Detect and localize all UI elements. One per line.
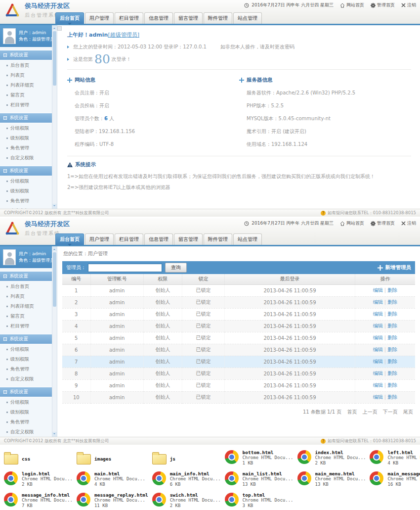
tab-sites[interactable]: 站点管理 — [233, 233, 262, 245]
scroll-up-icon[interactable] — [52, 25, 57, 30]
scroll-down-icon[interactable] — [52, 432, 57, 437]
scroll-up-icon[interactable] — [52, 246, 57, 251]
sidebar-item[interactable]: 分组权限 — [0, 176, 52, 186]
scroll-down-icon[interactable] — [52, 204, 57, 209]
sidebar-section-header[interactable]: 系统设置 — [0, 50, 52, 60]
delete-link[interactable]: 删除 — [387, 287, 397, 293]
delete-link[interactable]: 删除 — [387, 347, 397, 352]
sidebar-item[interactable]: 级别权限 — [0, 186, 52, 196]
delete-link[interactable]: 删除 — [387, 323, 397, 328]
sidebar-section-header[interactable]: 系统设置 — [0, 387, 52, 397]
sidebar-section-header[interactable]: 系统设置 — [0, 271, 52, 281]
admin-home-link[interactable]: 管理首页 — [371, 220, 395, 227]
query-button[interactable]: 查询 — [165, 263, 187, 273]
role-link[interactable]: [超级管理员] — [108, 32, 139, 38]
sidebar-item[interactable]: 留言页 — [0, 311, 52, 321]
file-item[interactable]: js — [150, 449, 223, 468]
tab-users[interactable]: 用户管理 — [85, 12, 114, 24]
file-item[interactable]: login.html Chrome HTML Docu... 2 KB — [2, 470, 75, 490]
page-prev-link[interactable]: 上一页 — [363, 409, 378, 415]
tab-messages[interactable]: 留言管理 — [174, 233, 203, 245]
page-next-link[interactable]: 下一页 — [383, 409, 398, 415]
sidebar-item[interactable]: 栏目管理 — [0, 100, 52, 110]
file-item[interactable]: images — [75, 449, 150, 468]
delete-link[interactable]: 删除 — [387, 371, 397, 376]
sidebar-scrollbar[interactable] — [52, 25, 57, 209]
sidebar-scrollbar[interactable] — [52, 246, 57, 437]
sidebar-item[interactable]: 自定义权限 — [0, 427, 52, 437]
tab-attachments[interactable]: 附件管理 — [204, 233, 232, 245]
file-item[interactable]: message_replay.html Chrome HTML Docu... … — [75, 491, 150, 510]
sidebar-item[interactable]: 自定义权限 — [0, 153, 52, 163]
sidebar-item[interactable]: 后台首页 — [0, 60, 52, 70]
sidebar-item[interactable]: 角色管理 — [0, 196, 52, 206]
delete-link[interactable]: 删除 — [387, 299, 397, 305]
file-item[interactable]: left.html Chrome HTML Docu... 4 KB — [368, 449, 420, 468]
sidebar-section-header[interactable]: 系统设置 — [0, 334, 52, 344]
edit-link[interactable]: 编辑 — [373, 382, 383, 388]
page-last-link[interactable]: 尾页 — [403, 409, 413, 415]
sidebar-item[interactable]: 角色管理 — [0, 364, 52, 374]
sidebar-item[interactable]: 栏目管理 — [0, 321, 52, 331]
file-item[interactable]: message_info.html Chrome HTML Docu... 7 … — [2, 491, 75, 510]
edit-link[interactable]: 编辑 — [373, 335, 383, 340]
tab-messages[interactable]: 留言管理 — [174, 12, 203, 24]
site-home-link[interactable]: 网站首页 — [340, 2, 364, 8]
file-item[interactable]: css — [2, 449, 75, 468]
logout-link[interactable]: 注销 — [401, 220, 416, 227]
sidebar-item[interactable]: 自定义权限 — [0, 374, 52, 384]
sidebar-section-header[interactable]: 系统设置 — [0, 113, 52, 123]
file-item[interactable]: bottom.html Chrome HTML Docu... 1 KB — [223, 449, 295, 468]
tab-users[interactable]: 用户管理 — [85, 233, 114, 245]
sidebar-collapse-icon[interactable] — [57, 26, 62, 31]
page-first-link[interactable]: 首页 — [347, 409, 357, 415]
file-item[interactable]: main_message.html Chrome HTML Docu... 16… — [368, 470, 420, 490]
sidebar-item[interactable]: 列表详细页 — [0, 301, 52, 311]
scrollbar-thumb[interactable] — [53, 31, 56, 86]
site-home-link[interactable]: 网站首页 — [340, 220, 364, 227]
scrollbar-thumb[interactable] — [53, 252, 56, 307]
edit-link[interactable]: 编辑 — [373, 299, 383, 305]
sidebar-item[interactable]: 级别权限 — [0, 407, 52, 417]
tab-info[interactable]: 信息管理 — [144, 12, 173, 24]
edit-link[interactable]: 编辑 — [373, 371, 383, 376]
edit-link[interactable]: 编辑 — [373, 359, 383, 364]
sidebar-item[interactable]: 角色管理 — [0, 417, 52, 427]
delete-link[interactable]: 删除 — [387, 335, 397, 340]
sidebar-item[interactable]: 列表页 — [0, 70, 52, 80]
file-item[interactable]: top.html Chrome HTML Docu... 3 KB — [223, 491, 295, 510]
edit-link[interactable]: 编辑 — [373, 347, 383, 352]
sidebar-item[interactable]: 列表详细页 — [0, 80, 52, 90]
sidebar-item[interactable]: 自定义权限 — [0, 206, 52, 209]
sidebar-item[interactable]: 分组权限 — [0, 344, 52, 354]
sidebar-item[interactable]: 级别权限 — [0, 354, 52, 364]
tab-attachments[interactable]: 附件管理 — [204, 12, 232, 24]
add-admin-button[interactable]: 新增管理员 — [378, 264, 412, 271]
sidebar-item[interactable]: 角色管理 — [0, 143, 52, 153]
sidebar-section-header[interactable]: 系统设置 — [0, 166, 52, 176]
tab-dashboard[interactable]: 后台首页 — [55, 233, 84, 245]
edit-link[interactable]: 编辑 — [373, 394, 383, 400]
delete-link[interactable]: 删除 — [387, 311, 397, 317]
edit-link[interactable]: 编辑 — [373, 287, 383, 293]
delete-link[interactable]: 删除 — [387, 394, 397, 400]
file-item[interactable]: swich.html Chrome HTML Docu... 2 KB — [150, 491, 223, 510]
search-input[interactable] — [88, 264, 162, 272]
tab-sites[interactable]: 站点管理 — [233, 12, 262, 24]
tab-columns[interactable]: 栏目管理 — [115, 233, 143, 245]
sidebar-item[interactable]: 分组权限 — [0, 397, 52, 407]
file-item[interactable]: main.html Chrome HTML Docu... 4 KB — [75, 470, 150, 490]
sidebar-item[interactable]: 留言页 — [0, 90, 52, 100]
delete-link[interactable]: 删除 — [387, 359, 397, 364]
tab-info[interactable]: 信息管理 — [144, 233, 173, 245]
file-item[interactable]: index.html Chrome HTML Docu... 2 KB — [295, 449, 368, 468]
sidebar-item[interactable]: 分组权限 — [0, 123, 52, 133]
file-item[interactable]: main_list.html Chrome HTML Docu... 13 KB — [223, 470, 295, 490]
edit-link[interactable]: 编辑 — [373, 323, 383, 328]
sidebar-item[interactable]: 级别权限 — [0, 133, 52, 143]
tab-columns[interactable]: 栏目管理 — [115, 12, 143, 24]
sidebar-item[interactable]: 后台首页 — [0, 281, 52, 291]
logout-link[interactable]: 注销 — [401, 2, 416, 8]
sidebar-item[interactable]: 列表页 — [0, 291, 52, 301]
admin-home-link[interactable]: 管理首页 — [371, 2, 395, 8]
